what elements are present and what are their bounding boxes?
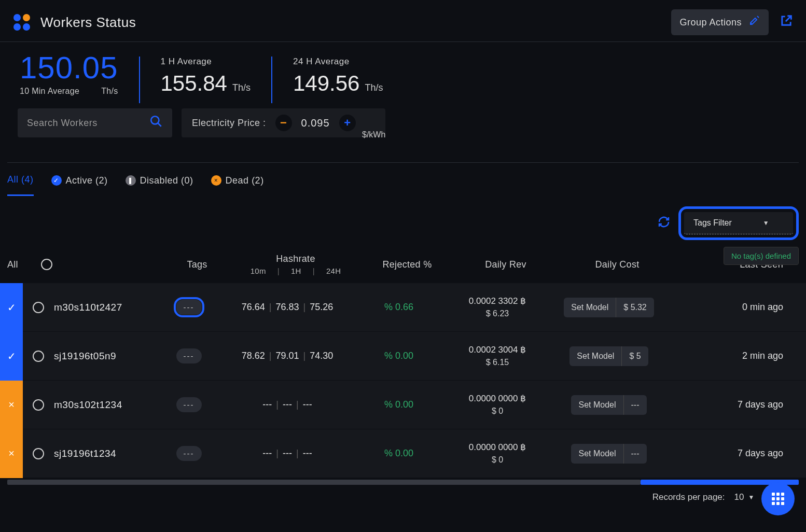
stat-24h: 24 H Average 149.56 Th/s (293, 57, 383, 96)
svg-point-1 (151, 116, 159, 124)
tags-button[interactable]: --- (176, 397, 202, 412)
check-icon: ✓ (7, 301, 16, 314)
stat-10min-unit: Th/s (101, 87, 118, 96)
status-tabs: All (4) ✓ Active (2) ❚ Disabled (0) × De… (0, 163, 806, 196)
table-row[interactable]: ✓ m30s110t2427 --- 76.64|76.83|75.26 % 0… (0, 283, 806, 331)
tags-button[interactable]: --- (176, 348, 202, 363)
cost-value: --- (624, 395, 647, 415)
set-model-button[interactable]: Set Model (571, 444, 623, 464)
radio-icon (41, 259, 52, 270)
worker-hashrate: ---|---|--- (220, 448, 355, 459)
tags-button[interactable]: --- (176, 446, 202, 461)
stat-10min-label: 10 Min Average (20, 87, 79, 96)
stat-24h-value: 149.56 (293, 71, 359, 96)
tab-all[interactable]: All (4) (7, 174, 34, 196)
pager-label: Records per page: (652, 492, 725, 502)
worker-daily-rev: 0.0002 3004 ฿$ 6.15 (443, 343, 552, 369)
worker-name: sj19196t1234 (54, 448, 158, 459)
per-page-select[interactable]: 10 ▼ (734, 492, 755, 502)
controls-row: Search Workers Electricity Price : − 0.0… (0, 108, 806, 162)
worker-daily-cost: Set Model --- (552, 444, 666, 464)
cost-value: --- (624, 444, 647, 464)
col-daily-cost[interactable]: Daily Cost (560, 259, 674, 270)
x-icon: × (8, 399, 15, 411)
divider (139, 57, 140, 103)
worker-hashrate: ---|---|--- (220, 399, 355, 410)
worker-daily-cost: Set Model $ 5 (552, 346, 666, 366)
set-model-button[interactable]: Set Model (571, 395, 623, 415)
svg-point-0 (751, 23, 752, 24)
electricity-value[interactable]: 0.095 (301, 117, 330, 129)
group-actions-button[interactable]: Group Actions (671, 9, 769, 35)
worker-daily-rev: 0.0000 0000 ฿$ 0 (443, 392, 552, 418)
group-actions-label: Group Actions (679, 17, 742, 28)
chevron-down-icon: ▼ (748, 494, 754, 501)
stat-24h-label: 24 H Average (293, 57, 383, 67)
tab-active[interactable]: ✓ Active (2) (51, 175, 108, 195)
no-tags-tooltip: No tag(s) defined (724, 247, 799, 265)
electricity-unit: $/kWh (362, 130, 385, 147)
worker-daily-cost: Set Model --- (552, 395, 666, 415)
tab-disabled[interactable]: ❚ Disabled (0) (126, 175, 193, 195)
col-tags[interactable]: Tags (166, 259, 228, 270)
check-icon: ✓ (51, 175, 62, 186)
grid-icon (772, 493, 784, 505)
tab-dead[interactable]: × Dead (2) (211, 175, 264, 195)
status-indicator: ✓ (0, 283, 23, 332)
set-model-button[interactable]: Set Model (564, 298, 616, 317)
col-rejected[interactable]: Rejected % (363, 259, 451, 270)
table-row[interactable]: × sj19196t1234 --- ---|---|--- % 0.00 0.… (0, 429, 806, 478)
col-hashrate[interactable]: Hashrate 10m| 1H| 24H (228, 254, 363, 275)
filter-row: Tags Filter ▼ No tag(s) defined (0, 196, 806, 242)
worker-rejected: % 0.00 (355, 399, 443, 410)
col-h10: 10m (246, 267, 270, 275)
plus-icon: + (344, 117, 351, 129)
status-indicator: ✓ (0, 332, 23, 381)
table-row[interactable]: × m30s102t1234 --- ---|---|--- % 0.00 0.… (0, 380, 806, 429)
cost-value: $ 5.32 (616, 298, 654, 317)
worker-last-seen: 2 min ago (666, 351, 799, 361)
col-daily-rev[interactable]: Daily Rev (451, 259, 560, 270)
worker-tags: --- (158, 397, 220, 412)
row-select[interactable] (23, 351, 54, 362)
set-model-button[interactable]: Set Model (569, 346, 621, 366)
col-select-all[interactable] (31, 259, 62, 270)
stats-row: 150.05 10 Min Average Th/s 1 H Average 1… (0, 42, 806, 108)
row-select[interactable] (23, 302, 54, 313)
radio-icon (33, 448, 44, 459)
stat-24h-unit: Th/s (365, 82, 383, 93)
row-select[interactable] (23, 399, 54, 411)
tags-button[interactable]: --- (176, 300, 202, 315)
radio-icon (33, 302, 44, 313)
worker-rejected: % 0.00 (355, 448, 443, 459)
table-row[interactable]: ✓ sj19196t05n9 --- 78.62|79.01|74.30 % 0… (0, 331, 806, 380)
stat-10min: 150.05 10 Min Average Th/s (20, 52, 118, 96)
page-title: Workers Status (40, 15, 136, 31)
tags-filter-dropdown[interactable]: Tags Filter ▼ (684, 212, 793, 234)
status-indicator: × (0, 429, 23, 478)
worker-name: sj19196t05n9 (54, 351, 158, 362)
electricity-minus-button[interactable]: − (275, 115, 292, 131)
divider (271, 57, 272, 103)
tags-filter-label: Tags Filter (693, 218, 732, 228)
worker-last-seen: 0 min ago (666, 302, 799, 313)
pagination: Records per page: 10 ▼ 1-4 of 4 (0, 485, 806, 510)
row-select[interactable] (23, 448, 54, 459)
search-icon (149, 115, 163, 131)
search-input[interactable]: Search Workers (18, 108, 172, 137)
cost-value: $ 5 (622, 346, 648, 366)
col-all[interactable]: All (7, 259, 31, 270)
table-body: ✓ m30s110t2427 --- 76.64|76.83|75.26 % 0… (0, 283, 806, 478)
wrench-icon (748, 15, 760, 30)
minus-icon: − (280, 117, 287, 129)
apps-fab-button[interactable] (761, 482, 795, 515)
tags-filter-highlight: Tags Filter ▼ (678, 206, 799, 240)
electricity-plus-button[interactable]: + (339, 115, 356, 131)
stat-1h-unit: Th/s (232, 82, 251, 93)
x-icon: × (211, 175, 221, 186)
worker-hashrate: 76.64|76.83|75.26 (220, 302, 355, 313)
tab-active-label: Active (2) (66, 175, 108, 186)
export-icon[interactable] (779, 13, 794, 32)
horizontal-scrollbar[interactable] (7, 480, 799, 485)
refresh-button[interactable] (658, 216, 670, 231)
